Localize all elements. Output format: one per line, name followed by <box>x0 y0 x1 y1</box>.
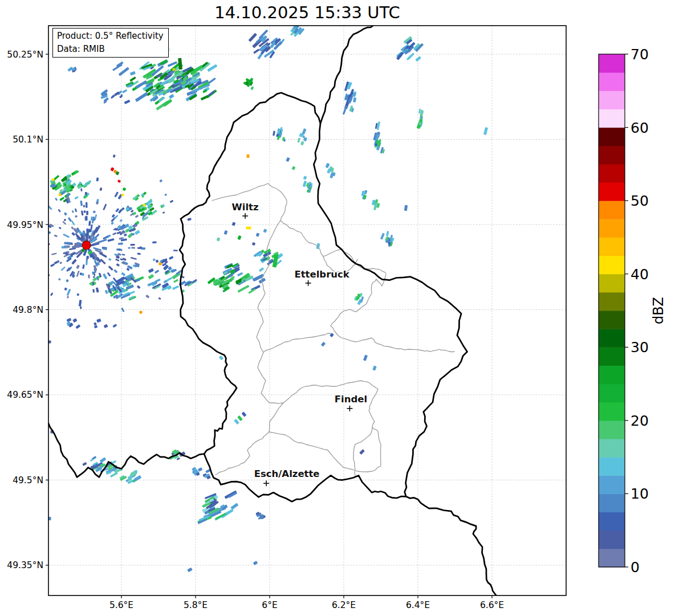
echo-cell <box>50 263 55 267</box>
colorbar-segment <box>599 475 625 494</box>
echo-cell <box>92 289 95 293</box>
echo-cell <box>135 230 140 235</box>
echo-cell <box>303 176 307 180</box>
x-axis-tick-label: 6°E <box>262 600 277 610</box>
echo-cell <box>67 296 69 299</box>
echo-cell <box>124 100 131 104</box>
echo-cell <box>105 289 108 294</box>
x-axis-tick-label: 6.6°E <box>480 600 504 610</box>
colorbar-segment <box>599 311 625 329</box>
city-marker <box>263 480 269 486</box>
echo-cell <box>130 71 136 76</box>
district-border <box>355 427 372 444</box>
echo-cell <box>217 237 221 241</box>
echo-cell <box>16 323 20 327</box>
country-border <box>406 496 497 595</box>
echo-cell <box>247 154 250 158</box>
echo-cell <box>2 254 5 256</box>
echo-cell <box>59 227 62 230</box>
colorbar-segment <box>599 146 625 165</box>
product-line: Product: 0.5° Reflectivity <box>57 30 164 43</box>
echo-cell <box>131 210 134 213</box>
district-border <box>263 333 331 352</box>
plot-frame <box>48 26 566 595</box>
echo-cell <box>253 561 258 565</box>
echo-cell <box>291 166 295 170</box>
city-label: Ettelbruck <box>294 269 349 280</box>
echo-cell <box>107 272 111 277</box>
x-axis-tick-label: 6.2°E <box>332 600 356 610</box>
echo-cell <box>170 200 174 203</box>
echo-cell <box>187 568 192 572</box>
echo-cell <box>88 229 91 233</box>
echo-cell <box>112 232 116 235</box>
echo-cell <box>135 92 148 102</box>
echo-cell <box>42 280 48 286</box>
echo-cell <box>129 76 136 81</box>
echo-cell <box>159 263 162 266</box>
y-axis-tick-label: 49.8°N <box>13 305 43 315</box>
echo-cell <box>44 168 48 172</box>
colorbar-segment <box>599 512 625 531</box>
echo-cell <box>72 246 80 248</box>
radar-site-dot <box>82 241 91 250</box>
echo-cell <box>237 415 243 421</box>
city-marker <box>242 213 248 219</box>
echo-cell <box>88 221 91 226</box>
echo-cell <box>34 180 38 184</box>
echo-cell <box>135 215 139 218</box>
data-source-line: Data: RMIB <box>57 43 164 56</box>
echo-cell <box>169 256 173 260</box>
echo-cell <box>110 167 114 172</box>
echo-cell <box>65 246 67 248</box>
echo-cell <box>113 154 116 158</box>
colorbar-segment <box>599 384 625 403</box>
district-border <box>212 183 386 274</box>
echo-cell <box>121 194 124 196</box>
echo-cell <box>79 300 82 307</box>
city-label: Esch/Alzette <box>254 468 320 479</box>
echo-cell <box>141 247 145 250</box>
colorbar-segment <box>599 457 625 476</box>
echo-cell <box>55 198 58 201</box>
city-label: Wiltz <box>232 202 259 213</box>
country-border <box>180 93 467 501</box>
echo-cell <box>100 187 103 191</box>
y-axis-tick-label: 49.5°N <box>13 475 43 486</box>
colorbar-segment <box>599 237 625 256</box>
echo-cell <box>154 270 160 274</box>
colorbar-segment <box>599 439 625 458</box>
echo-cell <box>96 177 99 181</box>
echo-cell <box>123 187 127 191</box>
echo-cell <box>223 230 227 235</box>
echo-cell <box>63 234 70 238</box>
y-axis-tick-label: 50.1°N <box>13 134 43 145</box>
colorbar-tick-label: 10 <box>631 486 649 502</box>
echo-cell <box>118 243 123 245</box>
axis-layer: 5.6°E5.8°E6°E6.2°E6.4°E6.6°E50.25°N50.1°… <box>7 26 566 610</box>
echo-cell <box>31 177 35 182</box>
echo-cell <box>108 266 113 271</box>
echo-cell <box>75 215 78 218</box>
echo-cell <box>86 216 88 221</box>
echo-cell <box>96 287 99 292</box>
echo-cell <box>159 180 162 183</box>
echo-cell <box>80 188 82 191</box>
district-border <box>331 312 454 352</box>
district-border <box>257 221 283 403</box>
echo-cell <box>58 209 61 213</box>
echo-cell <box>253 48 259 54</box>
y-axis-tick-label: 49.95°N <box>7 220 43 230</box>
district-border <box>342 275 386 312</box>
country-border <box>48 423 204 478</box>
echo-cell <box>82 264 85 269</box>
echo-cell <box>353 97 357 103</box>
echo-cell <box>86 202 88 208</box>
echo-cell <box>85 192 87 195</box>
echo-cell <box>100 457 107 463</box>
colorbar: 010203040506070 <box>599 46 649 576</box>
echo-cell <box>198 467 203 472</box>
echo-cell <box>137 247 141 249</box>
echo-cell <box>158 96 165 103</box>
echo-cell <box>124 234 127 236</box>
